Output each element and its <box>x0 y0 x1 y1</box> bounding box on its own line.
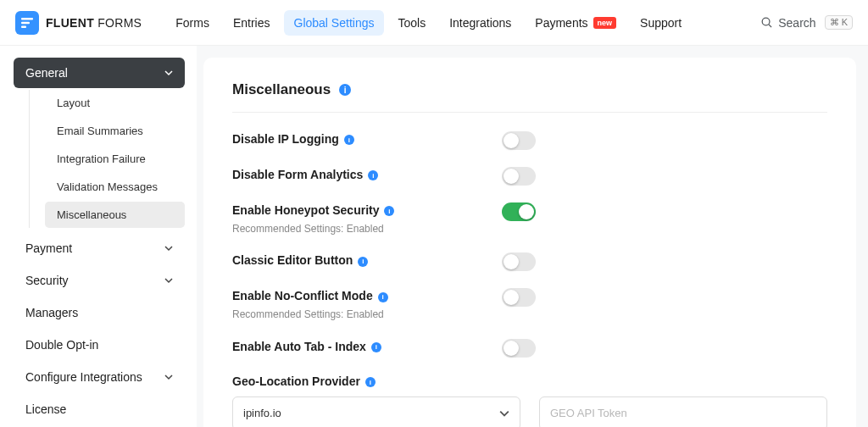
row-classic-editor: Classic Editor Buttoni <box>232 252 827 271</box>
search-label: Search <box>778 16 815 30</box>
top-nav: FLUENT FORMS Forms Entries Global Settin… <box>0 0 868 46</box>
sidebar-item-label: Payment <box>25 241 72 255</box>
nav-payments[interactable]: Payments new <box>525 10 626 36</box>
toggle-disable-form-analytics[interactable] <box>502 167 536 186</box>
sidebar-item-license[interactable]: License <box>14 394 185 424</box>
sidebar-sub-general: Layout Email Summaries Integration Failu… <box>29 90 185 228</box>
search-button[interactable]: Search <box>760 16 815 30</box>
row-disable-form-analytics: Disable Form Analyticsi <box>232 167 827 186</box>
info-icon[interactable]: i <box>358 257 368 267</box>
info-icon[interactable]: i <box>371 342 381 352</box>
svg-rect-1 <box>21 21 30 24</box>
section-title: Miscellaneous i <box>232 81 827 113</box>
chevron-down-icon <box>164 373 173 381</box>
sidebar-item-label: Configure Integrations <box>25 370 142 384</box>
sidebar-item-label: General <box>25 66 68 80</box>
logo-icon <box>15 11 39 35</box>
row-disable-ip-logging: Disable IP Loggingi <box>232 131 827 150</box>
sidebar-item-general[interactable]: General <box>14 58 185 88</box>
info-icon[interactable]: i <box>365 377 376 387</box>
nav-payments-label: Payments <box>535 16 587 30</box>
sidebar-item-managers[interactable]: Managers <box>14 297 185 328</box>
sidebar-item-label: Managers <box>25 306 78 319</box>
toggle-honeypot[interactable] <box>502 202 536 221</box>
sidebar-item-configure-integrations[interactable]: Configure Integrations <box>14 362 185 392</box>
sidebar-item-security[interactable]: Security <box>14 265 185 296</box>
sidebar: General Layout Email Summaries Integrati… <box>0 46 197 427</box>
sidebar-item-label: Security <box>25 274 69 287</box>
setting-label: Disable Form Analyticsi <box>232 167 502 184</box>
settings-card: Miscellaneous i Disable IP Loggingi Disa… <box>203 58 856 427</box>
chevron-down-icon <box>164 276 173 285</box>
setting-label: Enable No-Conflict Modei Recommended Set… <box>232 288 502 321</box>
main-panel: Miscellaneous i Disable IP Loggingi Disa… <box>197 46 868 427</box>
badge-new: new <box>593 17 617 29</box>
nav-items: Forms Entries Global Settings Tools Inte… <box>165 10 692 36</box>
nav-forms[interactable]: Forms <box>165 10 220 36</box>
chevron-down-icon <box>164 244 173 252</box>
setting-label: Classic Editor Buttoni <box>232 252 502 269</box>
nav-global-settings[interactable]: Global Settings <box>284 10 385 36</box>
sidebar-item-double-optin[interactable]: Double Opt-in <box>14 330 185 360</box>
nav-entries[interactable]: Entries <box>223 10 281 36</box>
sidebar-sub-miscellaneous[interactable]: Miscellaneous <box>45 202 185 228</box>
sidebar-item-label: License <box>25 402 66 416</box>
chevron-down-icon <box>499 408 509 419</box>
section-title-text: Miscellaneous <box>232 81 331 98</box>
nav-support[interactable]: Support <box>630 10 692 36</box>
info-icon[interactable]: i <box>384 206 394 216</box>
logo-text: FLUENT FORMS <box>46 16 142 30</box>
info-icon[interactable]: i <box>368 170 378 180</box>
sidebar-sub-integration-failure[interactable]: Integration Failure <box>45 146 185 172</box>
sidebar-sub-layout[interactable]: Layout <box>45 90 185 116</box>
info-icon[interactable]: i <box>378 292 388 302</box>
svg-point-3 <box>762 18 770 25</box>
select-value: ipinfo.io <box>243 407 281 419</box>
toggle-disable-ip-logging[interactable] <box>502 131 536 150</box>
setting-label: Enable Auto Tab - Indexi <box>232 339 502 356</box>
nav-integrations[interactable]: Integrations <box>439 10 521 36</box>
setting-label: Enable Honeypot Securityi Recommended Se… <box>232 202 502 236</box>
info-icon[interactable]: i <box>339 84 351 96</box>
sidebar-sub-email-summaries[interactable]: Email Summaries <box>45 118 185 144</box>
geo-provider-select[interactable]: ipinfo.io <box>232 396 520 427</box>
svg-rect-2 <box>21 25 26 28</box>
toggle-auto-tab[interactable] <box>502 339 536 358</box>
nav-tools[interactable]: Tools <box>387 10 436 36</box>
sidebar-item-payment[interactable]: Payment <box>14 233 185 263</box>
nav-right: Search ⌘ K <box>760 15 853 30</box>
geo-label: Geo-Location Provideri <box>232 374 827 388</box>
geo-api-token-input[interactable] <box>539 396 827 427</box>
info-icon[interactable]: i <box>344 135 354 145</box>
setting-hint: Recommended Settings: Enabled <box>232 308 502 322</box>
kbd-shortcut: ⌘ K <box>825 15 853 30</box>
search-icon <box>760 16 773 29</box>
setting-hint: Recommended Settings: Enabled <box>232 222 502 236</box>
toggle-no-conflict[interactable] <box>502 288 536 307</box>
logo[interactable]: FLUENT FORMS <box>15 11 142 35</box>
svg-line-4 <box>769 25 771 27</box>
svg-rect-0 <box>21 18 33 20</box>
sidebar-item-label: Double Opt-in <box>25 338 98 352</box>
row-no-conflict: Enable No-Conflict Modei Recommended Set… <box>232 288 827 321</box>
chevron-down-icon <box>164 69 173 77</box>
sidebar-sub-validation-messages[interactable]: Validation Messages <box>45 174 185 200</box>
geo-form-row: ipinfo.io <box>232 396 827 427</box>
toggle-classic-editor[interactable] <box>502 252 536 271</box>
setting-label: Disable IP Loggingi <box>232 131 502 148</box>
row-honeypot: Enable Honeypot Securityi Recommended Se… <box>232 202 827 236</box>
row-auto-tab: Enable Auto Tab - Indexi <box>232 339 827 358</box>
